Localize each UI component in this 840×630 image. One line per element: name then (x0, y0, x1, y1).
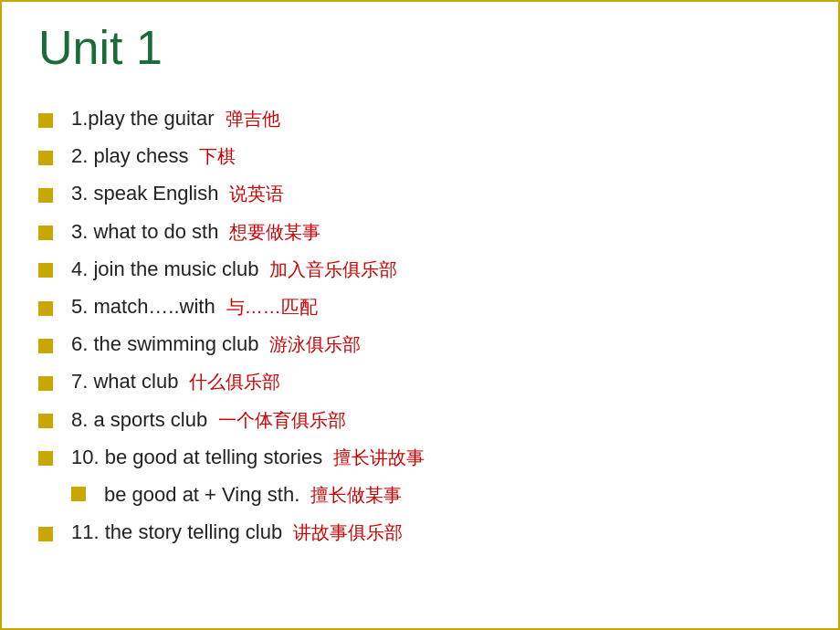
list-item: 6. the swimming club游泳俱乐部 (38, 328, 802, 360)
item-chinese-text: 什么俱乐部 (189, 367, 280, 396)
item-chinese-text: 一个体育俱乐部 (218, 405, 346, 435)
list-item: 3. speak English说英语 (38, 177, 802, 209)
item-english-text: be good at + Ving sth. (104, 478, 299, 510)
item-chinese-text: 擅长讲故事 (333, 443, 425, 472)
bullet-icon (38, 339, 53, 353)
item-chinese-text: 擅长做某事 (310, 480, 402, 509)
bullet-icon (38, 451, 53, 466)
list-item: 7. what club什么俱乐部 (38, 365, 802, 397)
bullet-icon (38, 376, 53, 391)
bullet-icon (38, 263, 53, 278)
bullet-icon (38, 414, 53, 428)
item-english-text: 1.play the guitar (71, 102, 215, 134)
item-chinese-text: 想要做某事 (229, 217, 320, 247)
bullet-icon (38, 188, 53, 203)
bullet-icon (38, 113, 53, 128)
list-item: 11. the story telling club讲故事俱乐部 (38, 516, 802, 548)
item-english-text: 8. a sports club (71, 404, 207, 436)
page-title: Unit 1 (38, 20, 802, 75)
item-chinese-text: 游泳俱乐部 (269, 330, 361, 359)
bullet-icon (71, 487, 86, 501)
list-sub-item: be good at + Ving sth.擅长做某事 (71, 478, 802, 510)
item-english-text: 5. match…..with (71, 290, 215, 322)
item-chinese-text: 与……匹配 (226, 292, 318, 321)
item-english-text: 11. the story telling club (71, 516, 282, 548)
list-item: 1.play the guitar弹吉他 (38, 102, 802, 134)
item-chinese-text: 弹吉他 (226, 104, 280, 133)
bullet-icon (38, 527, 53, 541)
list-item: 3. what to do sth想要做某事 (38, 215, 802, 247)
item-chinese-text: 讲故事俱乐部 (293, 518, 403, 547)
list-item: 10. be good at telling stories擅长讲故事 (38, 441, 802, 473)
list-item: 8. a sports club一个体育俱乐部 (38, 404, 802, 436)
page-container: Unit 1 1.play the guitar弹吉他2. play chess… (2, 2, 838, 628)
bullet-icon (38, 301, 53, 316)
item-english-text: 10. be good at telling stories (71, 441, 322, 473)
bullet-icon (38, 226, 53, 240)
bullet-icon (38, 151, 53, 165)
item-chinese-text: 下棋 (199, 142, 236, 171)
list-item: 4. join the music club加入音乐俱乐部 (38, 253, 802, 285)
item-english-text: 3. what to do sth (71, 215, 218, 247)
item-chinese-text: 加入音乐俱乐部 (269, 255, 397, 284)
vocabulary-list: 1.play the guitar弹吉他2. play chess下棋3. sp… (38, 102, 802, 548)
item-english-text: 6. the swimming club (71, 328, 258, 360)
item-english-text: 2. play chess (71, 140, 188, 172)
item-english-text: 4. join the music club (71, 253, 258, 285)
item-english-text: 3. speak English (71, 177, 218, 209)
item-chinese-text: 说英语 (229, 179, 284, 208)
item-english-text: 7. what club (71, 365, 178, 397)
list-item: 2. play chess下棋 (38, 140, 802, 172)
list-item: 5. match…..with与……匹配 (38, 290, 802, 322)
